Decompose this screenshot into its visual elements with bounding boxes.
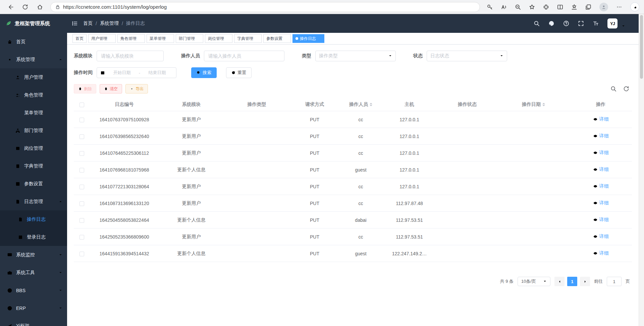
tab-home[interactable]: 首页 bbox=[72, 34, 87, 43]
sidebar-item-yi-framework[interactable]: Yi框架 bbox=[0, 317, 67, 326]
prev-page-button[interactable] bbox=[554, 277, 565, 286]
detail-link[interactable]: 详细 bbox=[593, 250, 609, 256]
col-date[interactable]: 操作日期 bbox=[497, 98, 570, 111]
type-select[interactable]: 操作类型 bbox=[315, 51, 396, 61]
sort-caret-icon[interactable] bbox=[370, 102, 372, 108]
tab-menu-mgmt[interactable]: 菜单管理 bbox=[147, 34, 174, 43]
split-screen-icon[interactable] bbox=[557, 4, 563, 10]
back-icon[interactable] bbox=[7, 4, 13, 10]
row-checkbox[interactable] bbox=[79, 151, 84, 156]
detail-link[interactable]: 详细 bbox=[593, 217, 609, 223]
favorites-add-icon[interactable] bbox=[529, 4, 535, 10]
sidebar-item-system-monitor[interactable]: 系统监控 bbox=[0, 246, 67, 264]
user-logo-badge[interactable]: YJ bbox=[607, 18, 618, 28]
tab-param-settings[interactable]: 参数设置 bbox=[263, 34, 291, 43]
extensions-icon[interactable] bbox=[543, 4, 549, 10]
row-checkbox[interactable] bbox=[79, 185, 84, 189]
detail-link[interactable]: 详细 bbox=[593, 116, 609, 122]
header-search-icon[interactable] bbox=[534, 20, 540, 26]
fullscreen-icon[interactable] bbox=[578, 20, 584, 26]
detail-link[interactable]: 详细 bbox=[593, 167, 609, 173]
chevron-down-icon[interactable] bbox=[622, 23, 625, 29]
sidebar-item-home[interactable]: 首页 bbox=[0, 33, 67, 51]
tab-user-mgmt[interactable]: 用户管理 bbox=[88, 34, 116, 43]
sidebar-item-param-settings[interactable]: 参数设置 bbox=[0, 175, 67, 193]
close-icon[interactable] bbox=[255, 37, 259, 41]
export-button[interactable]: 导出 bbox=[125, 84, 148, 93]
sidebar-item-erp[interactable]: ERP bbox=[0, 299, 67, 317]
sidebar-item-role-mgmt[interactable]: 角色管理 bbox=[0, 86, 67, 104]
toggle-search-icon[interactable] bbox=[610, 86, 616, 92]
tab-post-mgmt[interactable]: 岗位管理 bbox=[205, 34, 232, 43]
refresh-table-icon[interactable] bbox=[623, 86, 629, 92]
sidebar-fold-icon[interactable] bbox=[72, 20, 78, 26]
detail-link[interactable]: 详细 bbox=[593, 200, 609, 206]
favorites-bar-icon[interactable] bbox=[571, 4, 577, 10]
row-checkbox[interactable] bbox=[79, 218, 84, 223]
detail-link[interactable]: 详细 bbox=[593, 234, 609, 240]
col-operator[interactable]: 操作人员 bbox=[340, 98, 382, 111]
sidebar-item-dict-mgmt[interactable]: 字典管理 bbox=[0, 157, 67, 175]
module-input[interactable] bbox=[97, 51, 164, 61]
row-checkbox[interactable] bbox=[79, 168, 84, 173]
refresh-icon[interactable] bbox=[22, 4, 28, 10]
password-key-icon[interactable] bbox=[487, 4, 493, 10]
delete-button[interactable]: 删除 bbox=[74, 84, 96, 93]
address-bar[interactable]: https://ccnetcore.com:1101/system/log/op… bbox=[50, 2, 480, 12]
tab-dept-mgmt[interactable]: 部门管理 bbox=[176, 34, 203, 43]
row-checkbox[interactable] bbox=[79, 235, 84, 240]
detail-link[interactable]: 详细 bbox=[593, 133, 609, 139]
bing-copilot-icon[interactable] bbox=[630, 2, 639, 11]
sidebar-item-post-mgmt[interactable]: 岗位管理 bbox=[0, 139, 67, 157]
tab-oper-log[interactable]: 操作日志 bbox=[292, 34, 324, 43]
close-icon[interactable] bbox=[109, 37, 113, 41]
detail-link[interactable]: 详细 bbox=[593, 150, 609, 156]
more-menu-icon[interactable] bbox=[616, 4, 622, 10]
select-all-checkbox[interactable] bbox=[79, 103, 84, 107]
scrollbar-thumb[interactable] bbox=[640, 15, 643, 79]
github-icon[interactable] bbox=[548, 20, 554, 26]
zoom-out-icon[interactable] bbox=[515, 4, 521, 10]
detail-link[interactable]: 详细 bbox=[593, 183, 609, 189]
sidebar-item-user-mgmt[interactable]: 用户管理 bbox=[0, 68, 67, 86]
profile-avatar[interactable] bbox=[599, 3, 608, 11]
sidebar-item-oper-log[interactable]: 操作日志 bbox=[0, 210, 67, 228]
close-icon[interactable] bbox=[197, 37, 200, 41]
page-size-select[interactable]: 10条/页 bbox=[518, 277, 550, 286]
close-icon[interactable] bbox=[138, 37, 142, 41]
clear-button[interactable]: 清空 bbox=[100, 84, 122, 93]
sidebar-item-system-mgmt[interactable]: 系统管理 bbox=[0, 51, 67, 68]
sidebar-item-log-mgmt[interactable]: 日志管理 bbox=[0, 193, 67, 210]
sort-caret-icon[interactable] bbox=[542, 102, 545, 108]
close-icon[interactable] bbox=[318, 37, 321, 41]
close-icon[interactable] bbox=[284, 37, 288, 41]
row-checkbox[interactable] bbox=[79, 118, 84, 122]
row-checkbox[interactable] bbox=[79, 252, 84, 256]
reset-button[interactable]: 重置 bbox=[226, 67, 252, 78]
help-icon[interactable] bbox=[563, 20, 569, 26]
breadcrumb-item-home[interactable]: 首页 bbox=[83, 20, 93, 26]
tab-dict-mgmt[interactable]: 字典管理 bbox=[234, 34, 262, 43]
close-icon[interactable] bbox=[226, 37, 229, 41]
status-select[interactable]: 日志状态 bbox=[427, 51, 507, 61]
row-checkbox[interactable] bbox=[79, 134, 84, 139]
sidebar-item-login-log[interactable]: 登录日志 bbox=[0, 228, 67, 246]
close-icon[interactable] bbox=[167, 37, 171, 41]
browser-scrollbar[interactable] bbox=[639, 14, 644, 326]
date-range-picker[interactable]: 开始日期 - 结束日期 bbox=[97, 67, 176, 78]
read-aloud-icon[interactable] bbox=[501, 4, 507, 10]
breadcrumb-item-system[interactable]: 系统管理 bbox=[100, 20, 119, 26]
sidebar-item-system-tools[interactable]: 系统工具 bbox=[0, 264, 67, 281]
search-button[interactable]: 搜索 bbox=[191, 67, 217, 78]
tab-role-mgmt[interactable]: 角色管理 bbox=[117, 34, 145, 43]
sidebar-item-bbs[interactable]: BBS bbox=[0, 281, 67, 299]
font-size-icon[interactable] bbox=[593, 20, 599, 26]
operator-input[interactable] bbox=[204, 51, 284, 61]
collections-icon[interactable] bbox=[585, 4, 591, 10]
home-icon[interactable] bbox=[37, 4, 43, 10]
page-number-button[interactable]: 1 bbox=[567, 277, 577, 286]
sidebar-item-menu-mgmt[interactable]: 菜单管理 bbox=[0, 104, 67, 122]
sidebar-item-dept-mgmt[interactable]: 部门管理 bbox=[0, 122, 67, 139]
row-checkbox[interactable] bbox=[79, 201, 84, 206]
goto-page-input[interactable] bbox=[607, 277, 622, 286]
